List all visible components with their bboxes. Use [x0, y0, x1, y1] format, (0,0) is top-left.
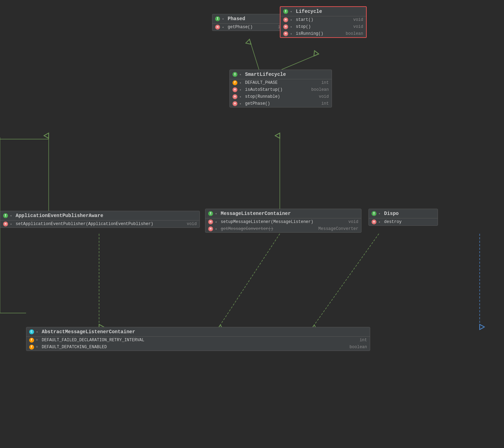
vis-icon: ◂	[222, 25, 226, 29]
svg-line-3	[282, 55, 316, 70]
mlc-member-1: m ◂ setupMessageListener(MessageListener…	[205, 218, 361, 225]
member-name: getPhase()	[245, 101, 317, 106]
lifecycle-member-3: m ◂ isRunning() boolean	[281, 30, 366, 37]
interface-icon: I	[208, 211, 213, 216]
vis-icon: ◂	[290, 25, 294, 29]
phased-member-1: m ◂ getPhase() int	[212, 24, 288, 31]
phased-interface-icon: I	[215, 16, 220, 21]
svg-line-2	[250, 42, 259, 70]
class-icon: C	[29, 329, 34, 334]
vis-icon: ○	[36, 345, 40, 349]
message-listener-container-node[interactable]: I ◂ MessageListenerContainer m ◂ setupMe…	[205, 209, 361, 233]
member-type: void	[187, 222, 197, 226]
member-name: getPhase()	[228, 25, 273, 30]
vis-icon: ◂	[10, 214, 14, 218]
member-type: void	[353, 24, 363, 29]
member-type: void	[348, 219, 358, 224]
member-name: DEFAULT_PHASE	[245, 80, 317, 85]
lifecycle-visibility: ◂	[290, 9, 294, 14]
interface-icon: I	[372, 211, 376, 216]
abstract-mlc-member-1: f ○ DEFAULT_FAILED_DECLARATION_RETRY_INT…	[26, 337, 370, 344]
lifecycle-node[interactable]: I ◂ Lifecycle m ◂ start() void m ◂ stop(…	[280, 6, 367, 38]
method-icon: m	[283, 17, 288, 22]
disposable-node[interactable]: I ◂ Dispo m ◂ destroy	[368, 209, 438, 226]
lifecycle-title: Lifecycle	[296, 9, 322, 14]
message-listener-container-header: I ◂ MessageListenerContainer	[205, 209, 361, 218]
svg-line-7	[219, 234, 280, 327]
interface-icon: I	[3, 213, 8, 218]
method-icon: m	[215, 25, 220, 30]
smart-lifecycle-member-3: m ◂ stop(Runnable) void	[230, 93, 332, 100]
member-name: stop(Runnable)	[245, 94, 314, 99]
method-icon: m	[233, 94, 237, 99]
member-type: MessageConverter	[318, 226, 358, 231]
vis-icon: ◂	[215, 227, 219, 231]
method-icon: m	[208, 226, 213, 231]
disposable-title: Dispo	[384, 211, 399, 216]
vis-icon: ◂	[215, 220, 219, 224]
phased-visibility: ◂	[222, 17, 226, 21]
member-name: setupMessageListener(MessageListener)	[221, 219, 344, 224]
method-icon: m	[3, 222, 8, 226]
lifecycle-header: I ◂ Lifecycle	[281, 7, 366, 16]
smart-lifecycle-visibility: ◂	[239, 72, 243, 77]
member-name: DEFAULT_DEPATCHING_ENABLED	[42, 345, 345, 350]
field-icon: f	[29, 345, 34, 350]
vis-icon: ◂	[215, 211, 219, 216]
vis-icon: ○	[36, 338, 40, 342]
member-name: DEFAULT_FAILED_DECLARATION_RETRY_INTERVA…	[42, 338, 355, 343]
phased-header: I ◂ Phased	[212, 14, 288, 24]
member-type: int	[321, 80, 329, 85]
abstract-mlc-node[interactable]: C ◂ AbstractMessageListenerContainer f ○…	[26, 327, 370, 351]
svg-line-8	[313, 234, 379, 327]
abstract-mlc-member-2: f ○ DEFAULT_DEPATCHING_ENABLED boolean	[26, 344, 370, 351]
field-icon: f	[233, 80, 237, 85]
member-name: isRunning()	[296, 31, 341, 36]
member-name: destroy	[384, 219, 435, 224]
member-name: start()	[296, 17, 349, 22]
disposable-member-1: m ◂ destroy	[369, 218, 438, 225]
phased-title: Phased	[228, 16, 245, 22]
app-event-publisher-aware-title: ApplicationEventPublisherAware	[16, 213, 103, 218]
mlc-member-2: m ◂ getMessageConverter() MessageConvert…	[205, 225, 361, 232]
lifecycle-interface-icon: I	[283, 9, 288, 14]
field-icon: f	[29, 338, 34, 343]
method-icon: m	[233, 87, 237, 92]
vis-icon: ◂	[239, 88, 243, 92]
method-icon: m	[233, 101, 237, 106]
app-event-publisher-aware-node[interactable]: I ◂ ApplicationEventPublisherAware m ◂ s…	[0, 211, 200, 228]
member-name: stop()	[296, 24, 349, 29]
member-name: isAutoStartup()	[245, 87, 307, 92]
smart-lifecycle-member-1: f ◂ DEFAULT_PHASE int	[230, 79, 332, 86]
member-type: int	[321, 101, 329, 106]
message-listener-container-title: MessageListenerContainer	[221, 211, 291, 216]
member-type: void	[319, 94, 329, 99]
method-icon: m	[283, 24, 288, 29]
smart-lifecycle-header: I ◂ SmartLifecycle	[230, 70, 332, 79]
method-icon: m	[372, 219, 376, 224]
vis-icon: ◂	[239, 95, 243, 99]
lifecycle-member-1: m ◂ start() void	[281, 16, 366, 23]
vis-icon: ◂	[290, 18, 294, 22]
app-event-publisher-aware-member-1: m ◂ setApplicationEventPublisher(Applica…	[0, 221, 200, 227]
smart-lifecycle-interface-icon: I	[233, 72, 237, 77]
member-type: boolean	[346, 31, 363, 36]
lifecycle-member-2: m ◂ stop() void	[281, 23, 366, 30]
app-event-publisher-aware-header: I ◂ ApplicationEventPublisherAware	[0, 211, 200, 221]
member-type: boolean	[311, 87, 329, 92]
vis-icon: ◂	[378, 220, 382, 224]
phased-node[interactable]: I ◂ Phased m ◂ getPhase() int	[212, 14, 288, 31]
vis-icon: ◂	[239, 81, 243, 85]
smart-lifecycle-member-2: m ◂ isAutoStartup() boolean	[230, 86, 332, 93]
smart-lifecycle-member-4: m ◂ getPhase() int	[230, 100, 332, 107]
vis-icon: ◂	[10, 222, 14, 226]
member-type: boolean	[350, 345, 367, 350]
member-type: int	[359, 338, 367, 343]
abstract-mlc-header: C ◂ AbstractMessageListenerContainer	[26, 327, 370, 337]
vis-icon: ◂	[378, 211, 382, 216]
smart-lifecycle-title: SmartLifecycle	[245, 72, 286, 77]
abstract-mlc-title: AbstractMessageListenerContainer	[42, 329, 135, 335]
smart-lifecycle-node[interactable]: I ◂ SmartLifecycle f ◂ DEFAULT_PHASE int…	[229, 70, 332, 107]
disposable-header: I ◂ Dispo	[369, 209, 438, 218]
method-icon: m	[208, 219, 213, 224]
